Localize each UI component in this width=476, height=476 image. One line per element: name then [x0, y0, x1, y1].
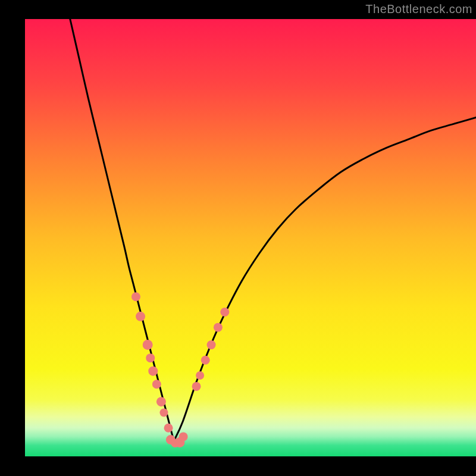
- marker-point: [164, 424, 173, 433]
- marker-point: [146, 353, 155, 362]
- marker-point: [152, 380, 161, 389]
- watermark-text: TheBottleneck.com: [365, 2, 472, 16]
- marker-point: [196, 371, 204, 380]
- marker-point: [201, 356, 210, 365]
- plot-background: [25, 19, 476, 456]
- marker-point: [148, 367, 158, 376]
- marker-point: [214, 323, 223, 332]
- marker-point: [159, 409, 168, 417]
- bottleneck-chart: [0, 0, 476, 476]
- marker-point: [220, 308, 229, 317]
- marker-point: [136, 312, 145, 321]
- marker-point: [179, 432, 188, 441]
- marker-point: [207, 340, 216, 349]
- marker-point: [143, 340, 153, 350]
- marker-point: [192, 382, 201, 391]
- marker-point: [131, 292, 140, 301]
- marker-point: [156, 397, 166, 406]
